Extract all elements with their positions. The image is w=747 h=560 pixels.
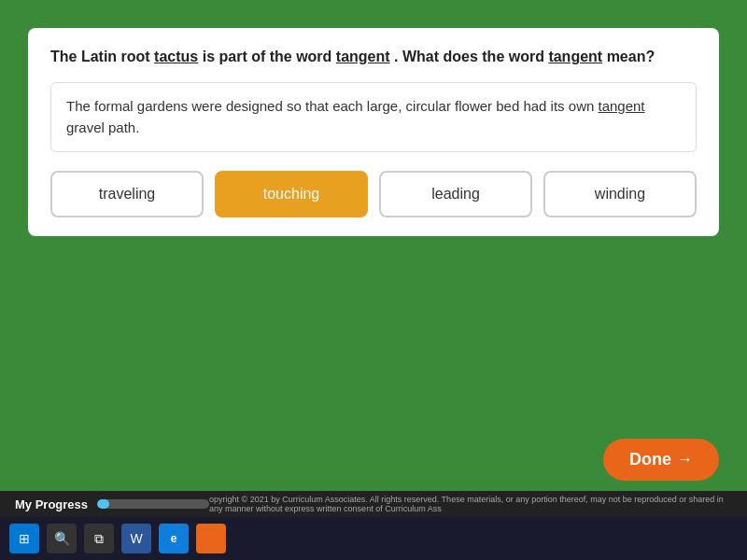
answer-options: traveling touching leading winding xyxy=(50,171,697,217)
done-button[interactable]: Done → xyxy=(603,439,719,481)
context-suffix: gravel path. xyxy=(66,119,139,135)
question-text: The Latin root tactus is part of the wor… xyxy=(50,47,697,67)
question-end: mean? xyxy=(607,49,655,64)
target-word-1: tangent xyxy=(336,49,390,64)
context-prefix: The formal gardens were designed so that… xyxy=(66,98,598,114)
taskbar: ⊞ 🔍 ⧉ W e xyxy=(0,517,747,560)
my-progress-label: My Progress xyxy=(15,497,88,511)
taskbar-icon-task-view[interactable]: ⧉ xyxy=(84,524,114,553)
taskbar-icon-app[interactable] xyxy=(196,524,226,553)
question-mid2: . What does the word xyxy=(394,49,548,64)
copyright-text: opyright © 2021 by Curriculum Associates… xyxy=(209,495,732,513)
progress-fill xyxy=(97,499,109,509)
context-underline-word: tangent xyxy=(598,98,644,114)
done-label: Done → xyxy=(629,450,693,469)
root-word: tactus xyxy=(154,49,198,64)
question-card: The Latin root tactus is part of the wor… xyxy=(28,28,719,236)
context-sentence: The formal gardens were designed so that… xyxy=(50,82,697,152)
progress-track xyxy=(97,499,209,509)
question-prefix: The Latin root xyxy=(50,49,154,64)
taskbar-icon-edge[interactable]: e xyxy=(159,524,189,553)
option-winding[interactable]: winding xyxy=(543,171,697,217)
option-traveling[interactable]: traveling xyxy=(50,171,204,217)
taskbar-icon-windows[interactable]: ⊞ xyxy=(9,524,39,553)
taskbar-icon-word[interactable]: W xyxy=(121,524,151,553)
target-word-2: tangent xyxy=(548,49,602,64)
option-touching[interactable]: touching xyxy=(215,171,368,217)
copyright-bar: My Progress opyright © 2021 by Curriculu… xyxy=(0,491,747,517)
option-leading[interactable]: leading xyxy=(379,171,532,217)
taskbar-icon-search[interactable]: 🔍 xyxy=(47,524,77,553)
question-mid1: is part of the word xyxy=(203,49,336,64)
